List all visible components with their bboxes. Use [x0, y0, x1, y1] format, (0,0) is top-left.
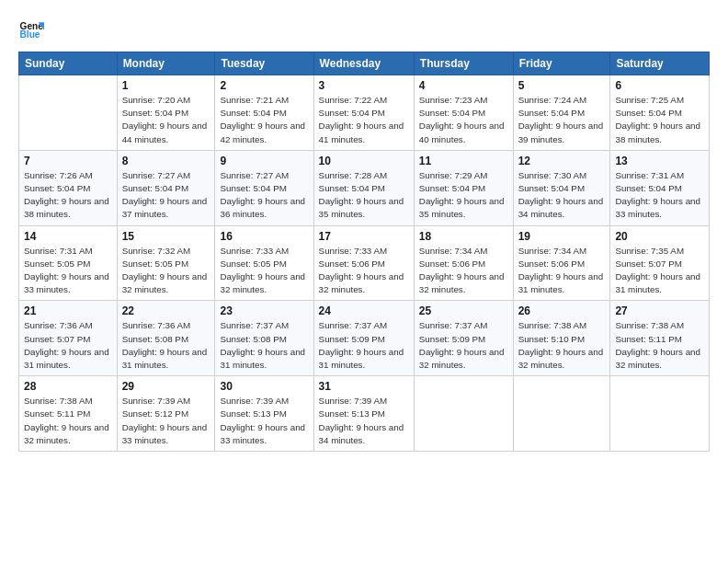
calendar-cell: 9Sunrise: 7:27 AMSunset: 5:04 PMDaylight…: [215, 150, 313, 225]
cell-day-number: 13: [615, 155, 704, 167]
header-saturday: Saturday: [610, 52, 710, 75]
cell-day-number: 19: [518, 230, 606, 243]
calendar-cell: 20Sunrise: 7:35 AMSunset: 5:07 PMDayligh…: [610, 225, 710, 301]
cell-day-number: 14: [24, 230, 112, 243]
calendar-cell: 25Sunrise: 7:37 AMSunset: 5:09 PMDayligh…: [414, 301, 513, 376]
cell-day-number: 23: [220, 304, 308, 317]
cell-day-number: 28: [24, 380, 112, 393]
cell-day-number: 20: [615, 230, 704, 243]
cell-day-number: 3: [319, 79, 409, 92]
cell-info: Sunrise: 7:38 AMSunset: 5:11 PMDaylight:…: [615, 319, 704, 372]
cell-day-number: 26: [518, 304, 606, 317]
svg-text:Blue: Blue: [20, 29, 40, 40]
cell-info: Sunrise: 7:23 AMSunset: 5:04 PMDaylight:…: [419, 94, 508, 146]
calendar-cell: [414, 376, 513, 452]
header-wednesday: Wednesday: [313, 52, 414, 75]
cell-day-number: 6: [615, 79, 704, 92]
calendar-cell: 7Sunrise: 7:26 AMSunset: 5:04 PMDaylight…: [19, 150, 118, 225]
calendar-cell: 2Sunrise: 7:21 AMSunset: 5:04 PMDaylight…: [215, 75, 313, 151]
cell-day-number: 17: [319, 230, 409, 243]
cell-info: Sunrise: 7:34 AMSunset: 5:06 PMDaylight:…: [518, 245, 606, 297]
calendar-cell: 30Sunrise: 7:39 AMSunset: 5:13 PMDayligh…: [215, 376, 313, 452]
cell-day-number: 2: [220, 79, 308, 92]
calendar-cell: 15Sunrise: 7:32 AMSunset: 5:05 PMDayligh…: [117, 225, 215, 301]
header-thursday: Thursday: [414, 52, 513, 75]
calendar-cell: 22Sunrise: 7:36 AMSunset: 5:08 PMDayligh…: [117, 301, 215, 376]
calendar-cell: 17Sunrise: 7:33 AMSunset: 5:06 PMDayligh…: [313, 225, 414, 301]
cell-day-number: 29: [122, 380, 210, 393]
calendar-cell: 3Sunrise: 7:22 AMSunset: 5:04 PMDaylight…: [313, 75, 414, 151]
cell-info: Sunrise: 7:28 AMSunset: 5:04 PMDaylight:…: [319, 169, 409, 222]
calendar-week-1: 7Sunrise: 7:26 AMSunset: 5:04 PMDaylight…: [19, 150, 710, 225]
calendar: SundayMondayTuesdayWednesdayThursdayFrid…: [18, 52, 710, 452]
calendar-cell: 27Sunrise: 7:38 AMSunset: 5:11 PMDayligh…: [610, 301, 710, 376]
header: General Blue: [18, 17, 710, 42]
cell-day-number: 11: [419, 155, 508, 167]
cell-info: Sunrise: 7:21 AMSunset: 5:04 PMDaylight:…: [220, 94, 308, 146]
cell-info: Sunrise: 7:37 AMSunset: 5:09 PMDaylight:…: [319, 319, 409, 372]
cell-day-number: 15: [122, 230, 210, 243]
cell-info: Sunrise: 7:39 AMSunset: 5:13 PMDaylight:…: [220, 395, 308, 447]
calendar-cell: 26Sunrise: 7:38 AMSunset: 5:10 PMDayligh…: [513, 301, 610, 376]
cell-info: Sunrise: 7:26 AMSunset: 5:04 PMDaylight:…: [24, 169, 112, 222]
cell-info: Sunrise: 7:30 AMSunset: 5:04 PMDaylight:…: [518, 169, 606, 222]
cell-info: Sunrise: 7:31 AMSunset: 5:04 PMDaylight:…: [615, 169, 704, 222]
cell-info: Sunrise: 7:36 AMSunset: 5:08 PMDaylight:…: [122, 319, 210, 372]
calendar-week-0: 1Sunrise: 7:20 AMSunset: 5:04 PMDaylight…: [19, 75, 710, 151]
cell-info: Sunrise: 7:36 AMSunset: 5:07 PMDaylight:…: [24, 319, 112, 372]
calendar-cell: 14Sunrise: 7:31 AMSunset: 5:05 PMDayligh…: [19, 225, 118, 301]
cell-info: Sunrise: 7:24 AMSunset: 5:04 PMDaylight:…: [518, 94, 606, 146]
calendar-cell: 29Sunrise: 7:39 AMSunset: 5:12 PMDayligh…: [117, 376, 215, 452]
cell-day-number: 31: [319, 380, 409, 393]
cell-info: Sunrise: 7:39 AMSunset: 5:13 PMDaylight:…: [319, 395, 409, 447]
cell-day-number: 7: [24, 155, 112, 167]
calendar-cell: 28Sunrise: 7:38 AMSunset: 5:11 PMDayligh…: [19, 376, 118, 452]
cell-day-number: 5: [518, 79, 606, 92]
header-monday: Monday: [117, 52, 215, 75]
logo-icon: General Blue: [18, 17, 44, 42]
header-tuesday: Tuesday: [215, 52, 313, 75]
cell-info: Sunrise: 7:38 AMSunset: 5:10 PMDaylight:…: [518, 319, 606, 372]
cell-info: Sunrise: 7:27 AMSunset: 5:04 PMDaylight:…: [122, 169, 210, 222]
cell-day-number: 25: [419, 304, 508, 317]
cell-info: Sunrise: 7:29 AMSunset: 5:04 PMDaylight:…: [419, 169, 508, 222]
cell-info: Sunrise: 7:27 AMSunset: 5:04 PMDaylight:…: [220, 169, 308, 222]
cell-info: Sunrise: 7:32 AMSunset: 5:05 PMDaylight:…: [122, 245, 210, 297]
calendar-cell: [513, 376, 610, 452]
cell-info: Sunrise: 7:33 AMSunset: 5:06 PMDaylight:…: [319, 245, 409, 297]
calendar-cell: 16Sunrise: 7:33 AMSunset: 5:05 PMDayligh…: [215, 225, 313, 301]
calendar-cell: 5Sunrise: 7:24 AMSunset: 5:04 PMDaylight…: [513, 75, 610, 151]
calendar-header-row: SundayMondayTuesdayWednesdayThursdayFrid…: [19, 52, 710, 75]
header-friday: Friday: [513, 52, 610, 75]
calendar-cell: 6Sunrise: 7:25 AMSunset: 5:04 PMDaylight…: [610, 75, 710, 151]
cell-day-number: 12: [518, 155, 606, 167]
cell-info: Sunrise: 7:33 AMSunset: 5:05 PMDaylight:…: [220, 245, 308, 297]
cell-info: Sunrise: 7:38 AMSunset: 5:11 PMDaylight:…: [24, 395, 112, 447]
cell-info: Sunrise: 7:31 AMSunset: 5:05 PMDaylight:…: [24, 245, 112, 297]
calendar-cell: 18Sunrise: 7:34 AMSunset: 5:06 PMDayligh…: [414, 225, 513, 301]
cell-info: Sunrise: 7:35 AMSunset: 5:07 PMDaylight:…: [615, 245, 704, 297]
calendar-cell: 8Sunrise: 7:27 AMSunset: 5:04 PMDaylight…: [117, 150, 215, 225]
cell-day-number: 16: [220, 230, 308, 243]
calendar-cell: [19, 75, 118, 151]
cell-info: Sunrise: 7:25 AMSunset: 5:04 PMDaylight:…: [615, 94, 704, 146]
cell-info: Sunrise: 7:39 AMSunset: 5:12 PMDaylight:…: [122, 395, 210, 447]
calendar-cell: 1Sunrise: 7:20 AMSunset: 5:04 PMDaylight…: [117, 75, 215, 151]
cell-info: Sunrise: 7:20 AMSunset: 5:04 PMDaylight:…: [122, 94, 210, 146]
cell-day-number: 27: [615, 304, 704, 317]
cell-day-number: 18: [419, 230, 508, 243]
cell-day-number: 1: [122, 79, 210, 92]
cell-day-number: 9: [220, 155, 308, 167]
cell-day-number: 30: [220, 380, 308, 393]
calendar-cell: 10Sunrise: 7:28 AMSunset: 5:04 PMDayligh…: [313, 150, 414, 225]
cell-info: Sunrise: 7:37 AMSunset: 5:08 PMDaylight:…: [220, 319, 308, 372]
calendar-cell: 12Sunrise: 7:30 AMSunset: 5:04 PMDayligh…: [513, 150, 610, 225]
cell-info: Sunrise: 7:37 AMSunset: 5:09 PMDaylight:…: [419, 319, 508, 372]
cell-day-number: 24: [319, 304, 409, 317]
cell-info: Sunrise: 7:22 AMSunset: 5:04 PMDaylight:…: [319, 94, 409, 146]
cell-info: Sunrise: 7:34 AMSunset: 5:06 PMDaylight:…: [419, 245, 508, 297]
calendar-week-3: 21Sunrise: 7:36 AMSunset: 5:07 PMDayligh…: [19, 301, 710, 376]
cell-day-number: 22: [122, 304, 210, 317]
calendar-cell: [610, 376, 710, 452]
cell-day-number: 8: [122, 155, 210, 167]
